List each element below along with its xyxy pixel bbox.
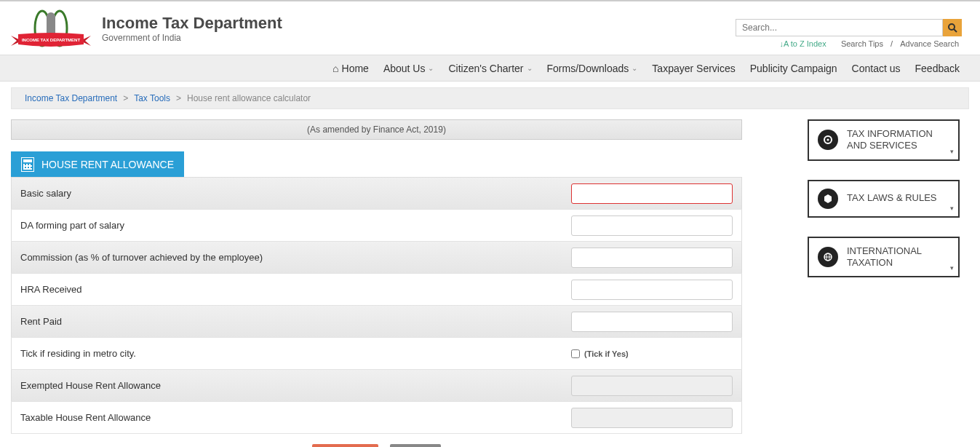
sidebar-tax-info[interactable]: TAX INFORMATION AND SERVICES ▾ [808,119,960,161]
row-commission: Commission (as % of turnover achieved by… [12,242,742,274]
main-nav: ⌂Home About Us⌄ Citizen's Charter⌄ Forms… [0,55,980,82]
input-commission[interactable] [571,248,733,268]
chevron-down-icon: ▾ [950,148,954,155]
row-rent-paid: Rent Paid [12,306,742,338]
nav-publicity[interactable]: Publicity Campaign [743,63,845,74]
search-button[interactable] [943,19,962,36]
row-taxable: Taxable House Rent Allowance [12,402,742,434]
search-input[interactable] [736,19,943,36]
globe-icon [818,247,838,267]
label-da: DA forming part of salary [12,210,563,242]
label-exempted: Exempted House Rent Allowance [12,370,563,402]
input-hra-received[interactable] [571,280,733,300]
header-sublinks: A to Z Index Search Tips / Advance Searc… [776,39,962,48]
calculator-icon [21,157,34,172]
info-icon [818,130,838,150]
search-icon [947,23,957,33]
svg-point-8 [827,139,829,141]
label-commission: Commission (as % of turnover achieved by… [12,242,563,274]
breadcrumb-l1[interactable]: Income Tax Department [25,93,117,103]
home-icon: ⌂ [332,63,338,74]
label-rent-paid: Rent Paid [12,306,563,338]
metro-hint: (Tick if Yes) [584,349,629,358]
breadcrumb-l2[interactable]: Tax Tools [134,93,170,103]
site-title-sub: Government of India [102,33,282,43]
nav-taxpayer[interactable]: Taxpayer Services [645,63,742,74]
sidebar-tax-laws[interactable]: TAX LAWS & RULES ▾ [808,180,960,218]
svg-point-5 [949,24,955,30]
nav-about[interactable]: About Us⌄ [376,63,442,74]
atoz-link[interactable]: A to Z Index [779,39,826,48]
search-bar [736,19,962,36]
input-rent-paid[interactable] [571,312,733,332]
nav-home[interactable]: ⌂Home [325,63,376,74]
site-title-main: Income Tax Department [102,14,282,33]
calculator-tab: HOUSE RENT ALLOWANCE [11,151,184,177]
chevron-down-icon: ▾ [950,264,954,272]
output-taxable [571,408,733,428]
site-title: Income Tax Department Government of Indi… [102,14,282,43]
search-tips-link[interactable]: Search Tips [841,39,883,48]
breadcrumb: Income Tax Department > Tax Tools > Hous… [11,87,969,109]
row-metro: Tick if residing in metro city. (Tick if… [12,338,742,370]
hra-form: Basic salary DA forming part of salary C… [11,177,742,434]
page-header: INCOME TAX DEPARTMENT Income Tax Departm… [0,1,980,55]
output-exempted [571,376,733,396]
form-buttons: Calculate Reset [11,444,742,447]
label-hra-received: HRA Received [12,274,563,306]
checkbox-metro[interactable] [571,349,580,358]
main-content: (As amended by Finance Act, 2019) HOUSE … [11,119,742,447]
chevron-down-icon: ⌄ [527,64,533,72]
label-metro: Tick if residing in metro city. [12,338,563,370]
nav-contact[interactable]: Contact us [845,63,908,74]
tab-title: HOUSE RENT ALLOWANCE [41,159,174,170]
site-logo: INCOME TAX DEPARTMENT [7,1,95,55]
chevron-down-icon: ▾ [950,205,954,212]
row-hra-received: HRA Received [12,274,742,306]
svg-line-6 [954,29,957,32]
amendment-notice: (As amended by Finance Act, 2019) [11,119,742,140]
sidebar-international[interactable]: INTERNATIONAL TAXATION ▾ [808,237,960,278]
chevron-down-icon: ⌄ [428,64,434,72]
row-exempted: Exempted House Rent Allowance [12,370,742,402]
laws-icon [818,189,838,209]
input-basic-salary[interactable] [571,183,733,204]
advance-search-link[interactable]: Advance Search [900,39,959,48]
label-taxable: Taxable House Rent Allowance [12,402,563,434]
ribbon-icon: INCOME TAX DEPARTMENT [11,33,91,49]
nav-feedback[interactable]: Feedback [908,63,967,74]
row-da: DA forming part of salary [12,210,742,242]
svg-point-4 [47,12,55,21]
input-da[interactable] [571,215,733,236]
ribbon-text: INCOME TAX DEPARTMENT [22,38,80,42]
breadcrumb-current: House rent allowance calculator [187,93,311,103]
reset-button[interactable]: Reset [390,444,441,447]
chevron-down-icon: ⌄ [632,64,637,72]
right-sidebar: TAX INFORMATION AND SERVICES ▾ TAX LAWS … [808,119,960,447]
row-basic-salary: Basic salary [12,178,742,210]
calculate-button[interactable]: Calculate [312,444,378,447]
nav-forms[interactable]: Forms/Downloads⌄ [540,63,645,74]
nav-charter[interactable]: Citizen's Charter⌄ [441,63,539,74]
label-basic-salary: Basic salary [12,178,563,210]
